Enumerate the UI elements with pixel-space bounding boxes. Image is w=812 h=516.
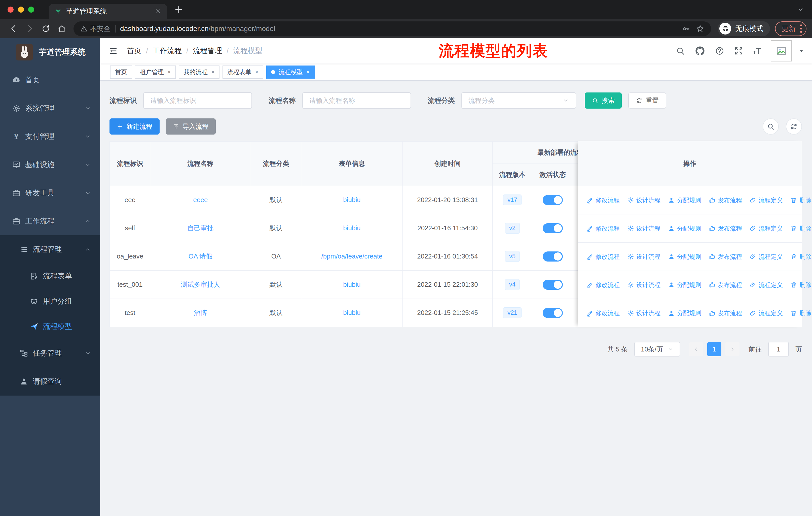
breadcrumb-workflow[interactable]: 工作流程 [152,46,182,56]
bookmark-star-icon[interactable] [696,24,704,33]
modify-process-link[interactable]: 修改流程 [586,281,620,289]
publish-process-link[interactable]: 发布流程 [709,309,742,317]
tag-process-form[interactable]: 流程表单× [223,65,263,79]
avatar-caret-icon[interactable] [799,48,805,54]
reload-button[interactable] [41,24,50,33]
active-toggle[interactable] [543,251,563,262]
tag-home[interactable]: 首页 [110,65,132,79]
sidebar-item-process-form[interactable]: 流程表单 [0,264,100,289]
breadcrumb-home[interactable]: 首页 [127,46,141,56]
delete-link[interactable]: 删除 [790,281,812,289]
reset-button[interactable]: 重置 [628,92,666,109]
process-definition-link[interactable]: 流程定义 [750,253,783,261]
publish-process-link[interactable]: 发布流程 [709,281,742,289]
browser-menu-icon[interactable] [800,24,802,33]
cell-form-link[interactable]: biubiu [301,186,403,214]
import-process-button[interactable]: 导入流程 [166,118,216,135]
active-toggle[interactable] [543,308,563,318]
publish-process-link[interactable]: 发布流程 [709,253,742,261]
cell-form-link[interactable]: biubiu [301,214,403,242]
design-process-link[interactable]: 设计流程 [627,281,661,289]
tag-process-model[interactable]: 流程模型× [266,65,315,79]
goto-page-input[interactable] [768,342,789,356]
page-1-button[interactable]: 1 [707,342,721,356]
sidebar-item-payment[interactable]: ¥ 支付管理 [0,123,100,151]
close-window-button[interactable] [7,6,13,12]
assign-rule-link[interactable]: 分配规则 [668,224,701,233]
delete-link[interactable]: 删除 [790,309,812,317]
sidebar-item-devtools[interactable]: 研发工具 [0,179,100,207]
next-page-button[interactable] [725,342,740,356]
modify-process-link[interactable]: 修改流程 [586,224,620,233]
page-size-select[interactable]: 10条/页 [634,342,680,356]
sidebar-item-task-mgmt[interactable]: 任务管理 [0,339,100,368]
tag-tenant[interactable]: 租户管理× [135,65,176,79]
modify-process-link[interactable]: 修改流程 [586,253,620,261]
search-icon[interactable] [675,46,685,56]
forward-button[interactable] [25,24,34,33]
cell-process-name-link[interactable]: OA 请假 [150,242,251,271]
active-toggle[interactable] [543,280,563,290]
sidebar-logo[interactable]: 芋道管理系统 [0,38,100,66]
process-key-input[interactable] [143,92,252,109]
github-icon[interactable] [695,46,705,56]
avatar[interactable] [771,40,792,61]
back-button[interactable] [9,24,18,33]
design-process-link[interactable]: 设计流程 [627,309,661,317]
cell-process-name-link[interactable]: 测试多审批人 [150,271,251,299]
publish-process-link[interactable]: 发布流程 [709,224,742,233]
sidebar-collapse-icon[interactable] [108,46,118,56]
breadcrumb-process-mgmt[interactable]: 流程管理 [193,46,222,56]
maximize-window-button[interactable] [28,6,34,12]
modify-process-link[interactable]: 修改流程 [586,196,620,204]
design-process-link[interactable]: 设计流程 [627,224,661,233]
close-icon[interactable]: × [255,69,259,75]
sidebar-item-process-model[interactable]: 流程模型 [0,314,100,339]
active-toggle[interactable] [543,195,563,205]
sidebar-item-home[interactable]: 首页 [0,66,100,94]
cell-process-name-link[interactable]: 滔博 [150,299,251,327]
category-select[interactable]: 流程分类 [461,92,576,109]
fullscreen-icon[interactable] [734,46,744,56]
cell-form-link[interactable]: biubiu [301,271,403,299]
new-tab-button[interactable] [174,4,184,15]
design-process-link[interactable]: 设计流程 [627,196,661,204]
refresh-table-button[interactable] [786,118,802,135]
assign-rule-link[interactable]: 分配规则 [668,196,701,204]
cell-form-link[interactable]: /bpm/oa/leave/create [301,242,403,271]
process-definition-link[interactable]: 流程定义 [750,309,783,317]
cell-process-name-link[interactable]: 自己审批 [150,214,251,242]
assign-rule-link[interactable]: 分配规则 [668,281,701,289]
delete-link[interactable]: 删除 [790,224,812,233]
font-size-icon[interactable]: тT [753,47,761,55]
assign-rule-link[interactable]: 分配规则 [668,309,701,317]
assign-rule-link[interactable]: 分配规则 [668,253,701,261]
sidebar-item-user-group[interactable]: 用户分组 [0,289,100,314]
password-key-icon[interactable] [682,24,690,33]
close-icon[interactable]: × [306,69,310,75]
process-definition-link[interactable]: 流程定义 [750,224,783,233]
delete-link[interactable]: 删除 [790,196,812,204]
process-definition-link[interactable]: 流程定义 [750,281,783,289]
create-process-button[interactable]: 新建流程 [110,118,160,135]
browser-tab[interactable]: 芋道管理系统 [49,4,167,19]
active-toggle[interactable] [543,223,563,233]
sidebar-item-infra[interactable]: 基础设施 [0,151,100,179]
process-definition-link[interactable]: 流程定义 [750,196,783,204]
address-bar[interactable]: 不安全 dashboard.yudao.iocoder.cn /bpm/mana… [74,21,711,36]
sidebar-item-system[interactable]: 系统管理 [0,94,100,123]
sidebar-item-process-mgmt[interactable]: 流程管理 [0,235,100,264]
tag-my-process[interactable]: 我的流程× [179,65,220,79]
minimize-window-button[interactable] [18,6,24,12]
modify-process-link[interactable]: 修改流程 [586,309,620,317]
cell-form-link[interactable]: biubiu [301,299,403,327]
tab-search-chevron-icon[interactable] [797,6,805,13]
publish-process-link[interactable]: 发布流程 [709,196,742,204]
delete-link[interactable]: 删除 [790,253,812,261]
show-search-button[interactable] [763,118,779,135]
not-secure-label[interactable]: 不安全 [90,24,111,33]
browser-update-button[interactable]: 更新 [775,21,807,36]
sidebar-item-workflow[interactable]: 工作流程 [0,207,100,235]
help-icon[interactable] [715,46,724,56]
cell-process-name-link[interactable]: eeee [150,186,251,214]
